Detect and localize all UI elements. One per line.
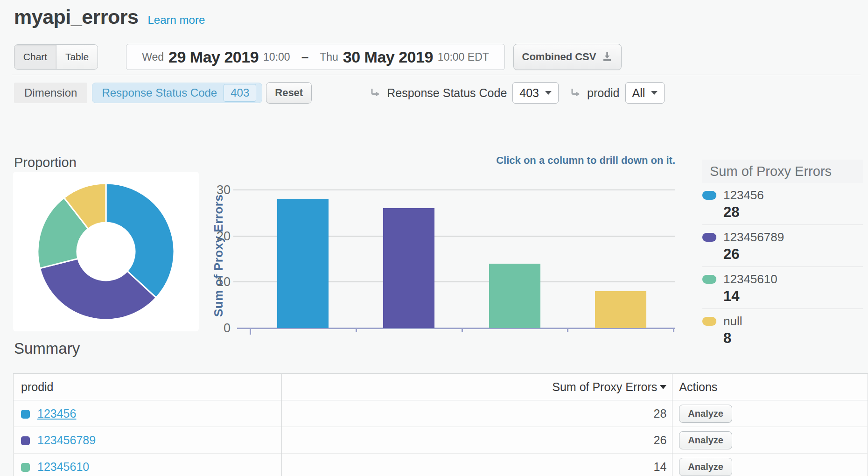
drilldown-arrow-icon (569, 87, 581, 99)
start-date: 29 May 2019 (168, 48, 259, 66)
drilldown-arrow-icon (369, 87, 381, 99)
y-tick-label: 10 (189, 274, 231, 289)
bar-null[interactable] (595, 291, 646, 328)
legend-value: 28 (723, 204, 863, 221)
x-axis-tick (567, 328, 568, 332)
response-status-code-value: 403 (519, 86, 539, 100)
dimension-bar: Dimension Response Status Code 403 Reset… (14, 82, 665, 104)
end-day: Thu (320, 51, 338, 63)
prodid-value: All (632, 86, 645, 100)
bar-chart-y-axis-label: Sum of Proxy Errors (210, 183, 227, 329)
x-axis-tick (356, 328, 357, 332)
header: myapi_errors Learn more (14, 6, 205, 28)
analyze-button[interactable]: Analyze (679, 431, 732, 449)
legend-items: 12345628123456789261234561014null8 (702, 183, 863, 350)
proportion-title: Proportion (14, 155, 77, 170)
sort-column-control[interactable]: Sum of Proxy Errors (552, 380, 666, 394)
actions-cell: Analyze (672, 400, 868, 427)
bar-123456789[interactable] (383, 208, 434, 328)
table-header-row: prodid Sum of Proxy Errors Actions (14, 374, 868, 400)
legend-label: 12345610 (723, 272, 777, 287)
start-time: 10:00 (263, 51, 290, 63)
chart-view-button[interactable]: Chart (14, 45, 56, 69)
legend-title: Sum of Proxy Errors (702, 160, 863, 183)
actions-cell: Analyze (672, 454, 868, 476)
bar-chart-plot-area (233, 182, 675, 337)
legend-label: 123456789 (723, 230, 784, 245)
legend-swatch (702, 233, 716, 242)
sum-of-proxy-errors-cell: 26 (282, 427, 672, 454)
drilldown-dimension-label: prodid (587, 86, 620, 100)
prodid-swatch (21, 463, 30, 472)
column-header-actions: Actions (672, 374, 868, 400)
table-row: 1234561014Analyze (14, 454, 868, 476)
chevron-down-icon (545, 91, 552, 95)
summary-table: prodid Sum of Proxy Errors Actions 12345… (13, 373, 868, 476)
prodid-cell: 123456 (14, 400, 282, 427)
prodid-swatch (21, 410, 30, 419)
table-row: 12345628Analyze (14, 400, 868, 427)
date-range-picker[interactable]: Wed 29 May 2019 10:00 – Thu 30 May 2019 … (126, 44, 505, 70)
end-time: 10:00 EDT (438, 51, 489, 63)
legend-value: 8 (723, 330, 863, 347)
column-header-prodid: prodid (14, 374, 282, 400)
y-tick-label: 30 (189, 182, 231, 197)
sort-desc-icon (660, 385, 666, 389)
prodid-select[interactable]: All (625, 82, 665, 104)
drilldown-dimension-label: Response Status Code (387, 86, 507, 100)
proportion-donut-chart (13, 172, 199, 331)
analyze-button[interactable]: Analyze (679, 458, 732, 476)
chart-legend: Sum of Proxy Errors 12345628123456789261… (702, 160, 863, 350)
combined-csv-label: Combined CSV (522, 51, 596, 63)
prodid-cell: 123456789 (14, 427, 282, 454)
prodid-link[interactable]: 123456789 (37, 434, 96, 447)
chevron-down-icon (651, 91, 658, 95)
proportion-donut-card (13, 172, 199, 331)
summary-title: Summary (14, 340, 80, 357)
prodid-link[interactable]: 123456 (37, 407, 76, 420)
table-view-button[interactable]: Table (56, 45, 98, 69)
legend-label: 123456 (723, 188, 764, 203)
x-axis-tick (250, 328, 251, 335)
end-date: 30 May 2019 (343, 48, 433, 66)
table-row: 12345678926Analyze (14, 427, 868, 454)
toolbar-divider (12, 75, 861, 75)
actions-cell: Analyze (672, 427, 868, 454)
dimension-label: Dimension (14, 83, 87, 103)
filter-value-badge: 403 (224, 84, 256, 102)
reset-button[interactable]: Reset (266, 82, 312, 104)
page-title: myapi_errors (14, 6, 139, 28)
x-axis-tick (462, 328, 463, 332)
legend-item: 12345628 (702, 183, 863, 225)
legend-swatch (702, 317, 716, 326)
learn-more-link[interactable]: Learn more (148, 14, 205, 27)
view-toggle: Chart Table (14, 44, 98, 70)
column-header-sum-of-proxy-errors: Sum of Proxy Errors (282, 374, 672, 400)
combined-csv-button[interactable]: Combined CSV (513, 44, 622, 70)
legend-swatch (702, 191, 716, 200)
bar-12345610[interactable] (489, 264, 540, 328)
legend-value: 14 (723, 288, 863, 305)
sum-of-proxy-errors-cell: 28 (282, 400, 672, 427)
sum-of-proxy-errors-cell: 14 (282, 454, 672, 476)
bar-123456[interactable] (277, 199, 329, 328)
legend-item: null8 (702, 309, 863, 350)
response-status-code-select[interactable]: 403 (512, 82, 559, 104)
range-separator: – (301, 49, 309, 64)
prodid-link[interactable]: 12345610 (37, 460, 89, 473)
prodid-swatch (21, 436, 30, 445)
y-tick-label: 0 (189, 321, 231, 336)
prodid-cell: 12345610 (14, 454, 282, 476)
legend-item: 12345678926 (702, 225, 863, 267)
y-tick-label: 20 (189, 229, 231, 244)
active-filter-pill: Response Status Code 403 (92, 83, 262, 103)
analyze-button[interactable]: Analyze (679, 405, 732, 423)
legend-item: 1234561014 (702, 267, 863, 309)
start-day: Wed (142, 51, 164, 63)
download-icon (602, 51, 613, 63)
drilldown-hint: Click on a column to drill down on it. (233, 154, 675, 167)
x-axis-tick (673, 328, 674, 332)
filter-name: Response Status Code (102, 86, 217, 99)
legend-label: null (723, 314, 742, 329)
gridline (233, 189, 675, 190)
